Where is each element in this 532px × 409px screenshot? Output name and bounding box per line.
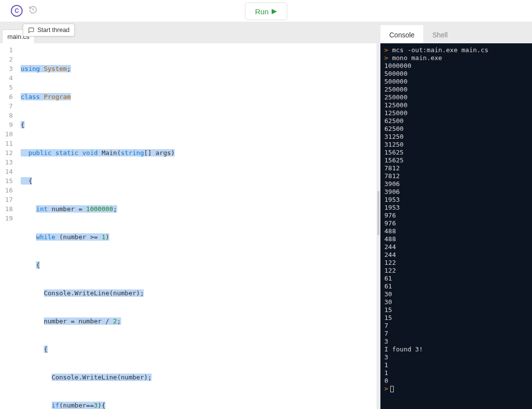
console-line: 976 [384, 212, 528, 220]
console-line: 976 [384, 220, 528, 227]
line-number: 18 [0, 204, 18, 214]
console-line: 488 [384, 235, 528, 243]
console-line: 61 [384, 283, 528, 290]
line-number: 8 [0, 111, 18, 120]
console-line: 1 [384, 369, 528, 377]
console-line: 15 [384, 306, 528, 314]
console-line: > mcs -out:main.exe main.cs [384, 46, 528, 54]
play-icon [272, 9, 277, 14]
line-number: 11 [0, 139, 18, 148]
console-line: 3 [384, 338, 528, 346]
code-surface[interactable]: using System; class Program { public sta… [18, 43, 376, 409]
console-line: 15625 [384, 157, 528, 164]
prompt-icon: > [384, 54, 392, 62]
console-line: 30 [384, 290, 528, 298]
console-line: 30 [384, 298, 528, 306]
tab-shell[interactable]: Shell [423, 25, 456, 43]
console-line: 250000 [384, 94, 528, 101]
line-number: 19 [0, 214, 18, 223]
tab-console[interactable]: Console [380, 25, 423, 43]
console-line: 1000000 [384, 62, 528, 70]
line-number: 10 [0, 129, 18, 139]
line-number: 17 [0, 195, 18, 204]
prompt-icon: > [384, 46, 392, 54]
console-line: 488 [384, 227, 528, 235]
console-line: 122 [384, 259, 528, 267]
run-button[interactable]: Run [245, 2, 287, 20]
console-line: 7812 [384, 164, 528, 172]
splitter-thumb[interactable] [377, 191, 379, 235]
console-line: 31250 [384, 133, 528, 141]
console-line: 1953 [384, 196, 528, 204]
line-number: 9 [0, 120, 18, 129]
console-line: I found 3! [384, 346, 528, 353]
console-line: 7 [384, 330, 528, 338]
line-number: 4 [0, 73, 18, 83]
console-output[interactable]: > mcs -out:main.exe main.cs > mono main.… [380, 43, 532, 409]
code-editor[interactable]: 12345678910111213141516171819 using Syst… [0, 43, 376, 409]
line-number: 3 [0, 64, 18, 73]
console-line: 1953 [384, 204, 528, 212]
console-line: 15 [384, 314, 528, 322]
console-line: 1 [384, 361, 528, 369]
pane-splitter[interactable] [376, 43, 380, 409]
console-line: 31250 [384, 141, 528, 149]
console-line: 7812 [384, 172, 528, 180]
console-line: 3906 [384, 188, 528, 196]
console-line: 122 [384, 267, 528, 275]
console-line: 62500 [384, 117, 528, 125]
tab-bar: main.cs Start thread Console Shell [0, 22, 532, 43]
top-toolbar: C Run [0, 0, 532, 22]
console-line: 62500 [384, 125, 528, 133]
comment-icon [28, 27, 34, 33]
console-line: 244 [384, 251, 528, 259]
line-number: 14 [0, 167, 18, 176]
console-line: > mono main.exe [384, 54, 528, 62]
console-line: 61 [384, 275, 528, 283]
console-line: 125000 [384, 109, 528, 117]
console-line: 3 [384, 353, 528, 361]
language-icon: C [11, 5, 23, 17]
line-number: 1 [0, 45, 18, 55]
history-icon[interactable] [29, 5, 37, 16]
console-line: 500000 [384, 70, 528, 78]
output-tab-strip: Console Shell [380, 22, 532, 43]
console-line: 3906 [384, 180, 528, 188]
line-number: 5 [0, 83, 18, 92]
main-area: 12345678910111213141516171819 using Syst… [0, 43, 532, 409]
console-line: 15625 [384, 149, 528, 157]
line-number: 12 [0, 148, 18, 157]
cursor-block [390, 386, 394, 392]
console-line: 500000 [384, 78, 528, 86]
console-line: 244 [384, 243, 528, 251]
run-button-label: Run [255, 7, 269, 16]
line-number: 16 [0, 186, 18, 195]
line-number: 13 [0, 157, 18, 167]
svg-marker-0 [272, 9, 277, 14]
line-number-gutter: 12345678910111213141516171819 [0, 43, 18, 409]
line-number: 6 [0, 92, 18, 101]
start-thread-label: Start thread [37, 27, 69, 33]
editor-tab-strip: main.cs Start thread [0, 22, 380, 43]
console-line: 0 [384, 377, 528, 385]
line-number: 15 [0, 176, 18, 186]
line-number: 2 [0, 55, 18, 64]
console-line: 7 [384, 322, 528, 330]
language-letter: C [15, 7, 19, 14]
console-line: 250000 [384, 86, 528, 94]
line-number: 7 [0, 101, 18, 111]
start-thread-button[interactable]: Start thread [23, 24, 75, 36]
console-prompt: > [384, 385, 528, 393]
console-line: 125000 [384, 101, 528, 109]
prompt-icon: > [384, 385, 388, 392]
